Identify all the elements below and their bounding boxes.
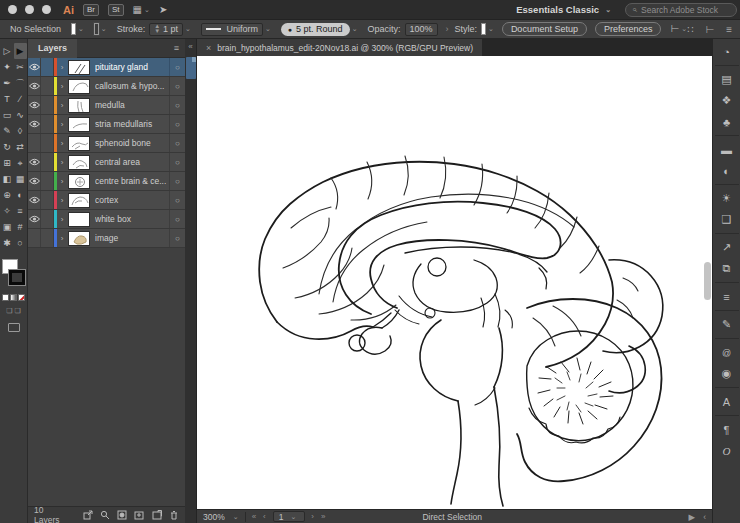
graph-tool[interactable]: # [14,219,27,235]
target-circle[interactable]: ○ [169,58,185,76]
curvature-tool[interactable]: ⌒ [14,75,27,91]
layer-thumbnail[interactable] [68,79,90,94]
character-styles-panel-icon[interactable]: @ [716,342,738,363]
free-transform-tool[interactable]: ⌖ [14,155,27,171]
layer-name[interactable]: image [95,233,169,243]
layer-thumbnail[interactable] [68,136,90,151]
stroke-label[interactable]: Stroke: [117,24,146,34]
gradient-panel-icon[interactable]: ▬ [716,139,738,160]
perspective-grid-tool[interactable]: ▦ [14,171,27,187]
none-button[interactable] [18,294,25,301]
clipping-mask-icon[interactable] [117,510,127,521]
asset-export-panel-icon[interactable]: ↗ [716,237,738,258]
layer-name[interactable]: central area [95,157,169,167]
selection-tool[interactable]: ▷ [1,43,14,59]
layer-row-stria-medullaris[interactable]: › stria medullaris ○ [28,115,185,134]
stepper-arrows[interactable]: ▲▼ [154,24,160,34]
preferences-button[interactable]: Preferences [595,22,662,36]
play-icon[interactable]: ▶ [689,512,696,522]
isolate-icon[interactable]: ⊢ [670,24,679,34]
layer-thumbnail[interactable] [68,193,90,208]
shape-builder-tool[interactable]: ◧ [1,171,14,187]
expand-arrow-icon[interactable]: › [57,120,67,129]
image-trace-panel-icon[interactable]: ✎ [716,314,738,335]
lock-toggle[interactable] [41,191,54,209]
blend-tool[interactable]: ≡ [14,203,27,219]
variable-width-dropdown[interactable]: Uniform [201,23,263,36]
layer-name[interactable]: centre brain & ce... [95,176,169,186]
graphic-styles-panel-icon[interactable]: ❑ [716,209,738,230]
chevron-down-icon[interactable]: ⌄ [352,25,358,33]
search-input[interactable]: ⌕ Search Adobe Stock [625,3,737,17]
window-close-button[interactable] [8,5,17,14]
eyedropper-tool[interactable]: ✧ [1,203,14,219]
draw-normal-icon[interactable]: ❏ [6,307,12,315]
share-icon[interactable]: ➤ [159,5,167,15]
swatches-panel-icon[interactable]: ❖ [716,90,738,111]
expand-arrow-icon[interactable]: › [57,158,67,167]
lock-toggle[interactable] [41,134,54,152]
docking-icon[interactable]: ⊢ [705,24,714,35]
collapsed-panel-thumbnail[interactable] [186,57,196,79]
layer-thumbnail[interactable] [68,98,90,113]
chevron-down-icon[interactable]: ⌄ [144,6,150,14]
fill-stroke-indicator[interactable] [2,259,26,289]
chevron-down-icon[interactable]: ⌄ [265,25,271,33]
visibility-toggle[interactable] [28,96,41,114]
target-circle[interactable]: ○ [169,134,185,152]
collapse-panels-icon[interactable]: « [185,42,196,51]
opentype-panel-icon[interactable]: O [716,440,738,461]
target-circle[interactable]: ○ [169,77,185,95]
panel-menu-icon[interactable]: ≡ [174,43,179,53]
expand-arrow-icon[interactable]: › [57,196,67,205]
chevron-down-icon[interactable]: ⌄ [78,25,84,33]
artboard-navigation-field[interactable]: 1⌄ [273,511,306,522]
arrange-documents-icon[interactable]: ▦ [133,5,142,15]
lock-toggle[interactable] [41,77,54,95]
visibility-toggle[interactable] [28,134,41,152]
scale-tool[interactable]: ⇄ [14,139,27,155]
expand-arrow-icon[interactable]: › [57,101,67,110]
pencil-tool[interactable]: ✎ [1,123,14,139]
new-sublayer-icon[interactable] [134,510,144,521]
layer-thumbnail[interactable] [68,117,90,132]
chevron-down-icon[interactable]: ⌄ [101,25,107,33]
layer-name[interactable]: stria medullaris [95,119,169,129]
layer-row-callosum[interactable]: › callosum & hypo... ○ [28,77,185,96]
opacity-label[interactable]: Opacity: [368,24,401,34]
target-circle[interactable]: ○ [169,153,185,171]
layer-row-centre-brain[interactable]: › centre brain & ce... ○ [28,172,185,191]
layer-row-sphenoid-bone[interactable]: › sphenoid bone ○ [28,134,185,153]
lock-toggle[interactable] [41,229,54,247]
close-tab-icon[interactable]: × [206,43,211,53]
visibility-toggle[interactable] [28,210,41,228]
character-panel-icon[interactable]: A [716,391,738,412]
chevron-down-icon[interactable]: ⌄ [233,513,239,521]
lock-toggle[interactable] [41,210,54,228]
layer-name[interactable]: sphenoid bone [95,138,169,148]
opacity-field[interactable]: 100% [405,23,438,36]
visibility-toggle[interactable] [28,229,41,247]
locate-object-icon[interactable] [100,510,110,521]
stroke-indicator[interactable] [9,270,25,285]
back-icon[interactable]: ‹ [703,512,706,522]
visibility-toggle[interactable] [28,172,41,190]
paragraph-panel-icon[interactable]: ¶ [716,419,738,440]
layer-row-image[interactable]: › image ○ [28,229,185,248]
zoom-level[interactable]: 300% [203,512,225,522]
stroke-color-swatch[interactable] [94,23,99,35]
pen-tool[interactable]: ✒ [1,75,14,91]
grid-options-icon[interactable]: ∷ [687,24,693,35]
target-circle[interactable]: ○ [169,229,185,247]
style-swatch[interactable] [481,23,486,35]
mesh-tool[interactable]: ⊕ [1,187,14,203]
delete-layer-icon[interactable] [169,510,179,521]
layer-row-medulla[interactable]: › medulla ○ [28,96,185,115]
layer-row-cortex[interactable]: › cortex ○ [28,191,185,210]
zoom-tool[interactable]: ○ [14,235,27,251]
magic-wand-tool[interactable]: ✦ [1,59,14,75]
visibility-toggle[interactable] [28,58,41,76]
chevron-down-icon[interactable]: ⌄ [185,25,191,33]
expand-arrow-icon[interactable]: › [57,63,67,72]
lock-toggle[interactable] [41,172,54,190]
